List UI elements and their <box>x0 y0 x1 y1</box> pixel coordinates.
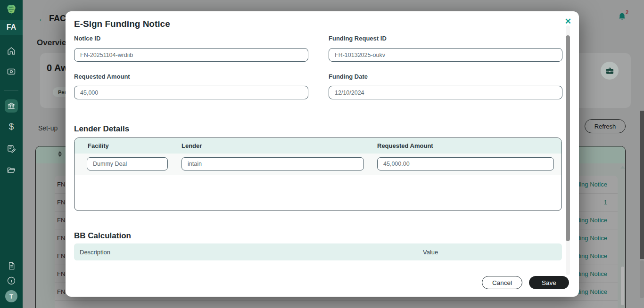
bb-calculation-heading: BB Calculation <box>74 231 131 241</box>
refresh-button[interactable]: Refresh <box>585 119 626 133</box>
setup-label[interactable]: Set-up <box>38 124 58 132</box>
facility-column-header: Facility <box>88 142 109 149</box>
row-id: FN <box>57 199 65 206</box>
dollar-icon[interactable]: $ <box>0 120 23 134</box>
folder-open-icon[interactable] <box>0 163 23 177</box>
home-icon[interactable] <box>0 44 23 58</box>
funding-date-input[interactable] <box>329 86 562 99</box>
lender-table-header: Facility Lender Requested Amount <box>74 138 561 154</box>
lender-input[interactable] <box>182 157 364 170</box>
app-screen: FA $ <box>0 0 644 308</box>
preview-icon[interactable] <box>0 65 23 79</box>
row-id: FN <box>57 181 65 188</box>
lender-requested-amount-input[interactable] <box>377 157 554 170</box>
sidebar-item-fa[interactable]: FA <box>0 20 23 35</box>
notice-id-label: Notice ID <box>74 35 100 42</box>
table-scrollbar-thumb[interactable] <box>621 267 624 305</box>
lender-table-row <box>74 154 561 175</box>
notification-count-badge: 2 <box>626 9 628 15</box>
funding-date-label: Funding Date <box>329 73 368 80</box>
brain-logo-icon <box>5 4 17 16</box>
row-link[interactable]: 1 <box>604 199 607 206</box>
page-scrollbar-track[interactable] <box>640 260 644 298</box>
requested-amount-input[interactable] <box>74 86 308 99</box>
funding-request-id-label: Funding Request ID <box>329 35 387 42</box>
requested-amount-label: Requested Amount <box>74 73 130 80</box>
esign-funding-notice-modal: E-Sign Funding Notice ✕ Notice ID Fundin… <box>66 11 579 297</box>
value-column-header: Value <box>423 249 438 256</box>
briefcase-icon <box>601 62 619 80</box>
notice-id-input[interactable] <box>74 48 308 62</box>
bank-icon[interactable] <box>5 99 18 113</box>
summary-card-headline: 0 Aw <box>47 63 68 73</box>
info-icon[interactable] <box>0 274 23 288</box>
row-id: FN <box>57 288 65 295</box>
cancel-button[interactable]: Cancel <box>482 276 522 289</box>
close-icon[interactable]: ✕ <box>565 16 571 26</box>
bb-calculation-table-header: Description Value <box>74 243 562 260</box>
sidebar: FA $ <box>0 0 23 308</box>
save-button[interactable]: Save <box>529 276 569 289</box>
back-button[interactable]: ← <box>38 14 47 24</box>
modal-title: E-Sign Funding Notice <box>74 19 170 29</box>
document-icon[interactable] <box>0 259 23 273</box>
scroll-up-icon[interactable] <box>620 166 625 169</box>
lender-details-table: Facility Lender Requested Amount <box>74 138 562 211</box>
funding-request-id-input[interactable] <box>329 48 562 62</box>
sort-icon[interactable] <box>58 151 62 157</box>
avatar[interactable]: T <box>5 290 17 302</box>
page-title: FAC <box>49 14 66 24</box>
requested-amount-column-header: Requested Amount <box>377 142 433 149</box>
lender-details-heading: Lender Details <box>74 124 129 134</box>
description-column-header: Description <box>80 249 110 256</box>
page-scrollbar-thumb[interactable] <box>640 111 644 259</box>
facility-input[interactable] <box>87 157 168 170</box>
row-id: FN <box>57 270 65 277</box>
row-id: FN <box>57 252 65 259</box>
modal-scrollbar-thumb[interactable] <box>566 35 570 241</box>
lender-column-header: Lender <box>182 142 202 149</box>
document-edit-icon[interactable] <box>0 142 23 156</box>
row-id: FN <box>57 235 65 242</box>
row-id: FN <box>57 217 65 224</box>
sidebar-divider <box>4 90 18 90</box>
